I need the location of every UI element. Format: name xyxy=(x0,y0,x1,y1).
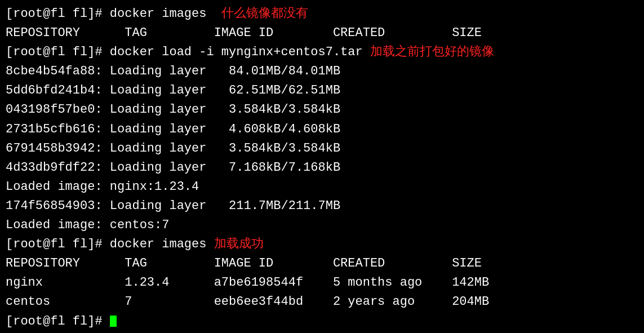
line9: 4d33db9fdf22: Loading layer 7.168kB/7.16… xyxy=(6,158,638,177)
line6: 043198f57be0: Loading layer 3.584kB/3.58… xyxy=(6,100,638,119)
line4: 8cbe4b54fa88: Loading layer 84.01MB/84.0… xyxy=(6,62,638,81)
line7: 2731b5cfb616: Loading layer 4.608kB/4.60… xyxy=(6,120,638,139)
line13: [root@fl fl]# docker images 加载成功 xyxy=(6,235,638,254)
line16: centos 7 eeb6ee3f44bd 2 years ago 204MB xyxy=(6,292,638,312)
line15: nginx 1.23.4 a7be6198544f 5 months ago 1… xyxy=(6,273,638,292)
line1: [root@fl fl]# docker images 什么镜像都没有 xyxy=(6,5,638,24)
line12: Loaded image: centos:7 xyxy=(6,216,638,235)
line10: Loaded image: nginx:1.23.4 xyxy=(6,177,638,197)
line3: [root@fl fl]# docker load -i mynginx+cen… xyxy=(6,43,638,62)
cursor xyxy=(110,316,117,327)
terminal: [root@fl fl]# docker images 什么镜像都没有REPOS… xyxy=(0,0,644,333)
line17: [root@fl fl]# xyxy=(6,312,638,331)
line14: REPOSITORY TAG IMAGE ID CREATED SIZE xyxy=(6,254,638,273)
line8: 6791458b3942: Loading layer 3.584kB/3.58… xyxy=(6,139,638,158)
line5: 5dd6bfd241b4: Loading layer 62.51MB/62.5… xyxy=(6,81,638,100)
line2: REPOSITORY TAG IMAGE ID CREATED SIZE xyxy=(6,24,638,43)
line11: 174f56854903: Loading layer 211.7MB/211.… xyxy=(6,197,638,216)
